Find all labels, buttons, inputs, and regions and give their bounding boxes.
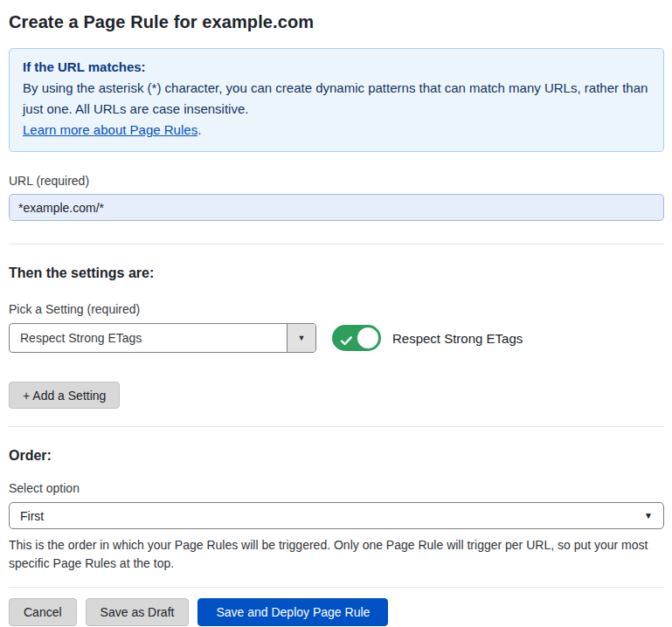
page-rule-form: Create a Page Rule for example.com If th…	[0, 0, 672, 626]
toggle-label: Respect Strong ETags	[392, 331, 523, 346]
info-box-heading: If the URL matches:	[23, 57, 650, 78]
chevron-down-icon: ▼	[644, 511, 653, 520]
order-select-value: First	[20, 509, 44, 523]
footer-actions: Cancel Save as Draft Save and Deploy Pag…	[9, 588, 664, 626]
setting-row: Respect Strong ETags ▼ Respect Strong ET…	[9, 323, 664, 353]
order-section-heading: Order:	[9, 448, 664, 464]
cancel-button[interactable]: Cancel	[9, 598, 77, 626]
info-box-body: By using the asterisk (*) character, you…	[23, 78, 650, 120]
url-input[interactable]	[9, 194, 664, 221]
save-as-draft-button[interactable]: Save as Draft	[86, 598, 190, 626]
select-option-label: Select option	[9, 481, 664, 495]
setting-select-value: Respect Strong ETags	[10, 324, 287, 352]
check-icon	[341, 334, 352, 349]
toggle-knob	[357, 327, 378, 348]
etags-toggle[interactable]	[332, 325, 381, 351]
dropdown-arrow-icon[interactable]: ▼	[287, 324, 315, 352]
divider	[9, 244, 664, 245]
divider	[9, 426, 664, 427]
order-select[interactable]: First ▼	[9, 502, 664, 529]
learn-more-link[interactable]: Learn more about Page Rules	[23, 122, 197, 137]
info-box-link-row: Learn more about Page Rules.	[23, 120, 650, 141]
setting-select[interactable]: Respect Strong ETags ▼	[9, 323, 316, 353]
url-label: URL (required)	[9, 174, 664, 188]
page-title: Create a Page Rule for example.com	[9, 12, 664, 32]
link-suffix: .	[197, 122, 201, 137]
settings-section-heading: Then the settings are:	[9, 265, 664, 281]
toggle-wrap: Respect Strong ETags	[332, 325, 523, 351]
order-help-text: This is the order in which your Page Rul…	[9, 536, 662, 573]
url-match-info-box: If the URL matches: By using the asteris…	[9, 48, 664, 152]
pick-setting-label: Pick a Setting (required)	[9, 302, 664, 316]
add-setting-button[interactable]: + Add a Setting	[9, 382, 120, 409]
save-and-deploy-button[interactable]: Save and Deploy Page Rule	[197, 598, 388, 626]
